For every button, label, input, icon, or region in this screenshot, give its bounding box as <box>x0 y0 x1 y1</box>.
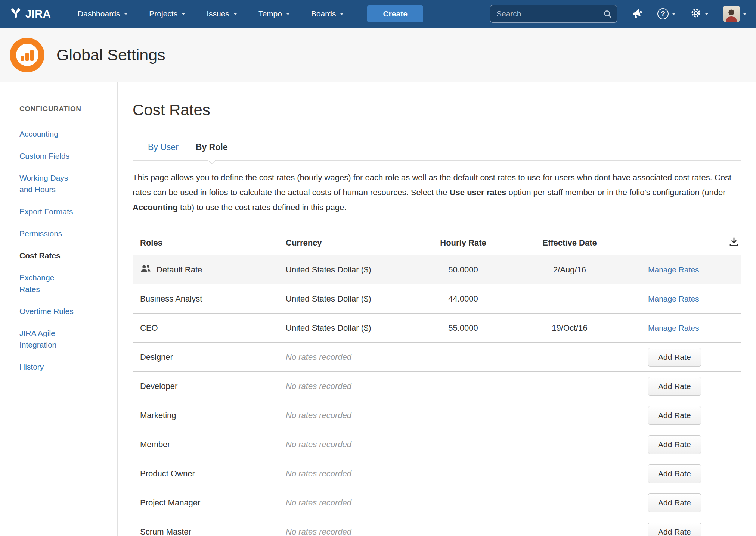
effective-date-value: 19/Oct/16 <box>514 323 626 333</box>
sidebar-item-cost-rates[interactable]: Cost Rates <box>19 244 110 267</box>
table-row: Default Rate United States Dollar ($) 50… <box>133 255 741 284</box>
add-rate-button[interactable]: Add Rate <box>648 464 701 483</box>
group-icon <box>140 264 151 276</box>
search-input[interactable] <box>490 5 617 23</box>
manage-rates-link[interactable]: Manage Rates <box>648 324 699 332</box>
tab-by-user[interactable]: By User <box>148 134 179 160</box>
hourly-rate-value: 44.0000 <box>413 294 514 304</box>
column-header-currency: Currency <box>286 238 413 248</box>
sidebar-heading: CONFIGURATION <box>19 105 110 113</box>
chevron-down-icon <box>286 13 290 15</box>
no-rates-label: No rates recorded <box>286 469 413 479</box>
chevron-down-icon <box>704 13 709 15</box>
role-name: Product Owner <box>140 469 195 479</box>
currency-value: United States Dollar ($) <box>286 265 413 275</box>
add-rate-button[interactable]: Add Rate <box>648 493 701 512</box>
section-title: Cost Rates <box>133 101 741 119</box>
user-menu-button[interactable] <box>723 6 747 22</box>
sidebar-item-jira-agile[interactable]: JIRA Agile Integration <box>19 322 110 356</box>
role-name: Developer <box>140 381 177 391</box>
gear-icon <box>690 7 701 20</box>
brand-text: JIRA <box>25 8 51 20</box>
no-rates-label: No rates recorded <box>286 440 413 449</box>
chevron-down-icon <box>672 13 676 15</box>
role-name: Member <box>140 440 170 449</box>
no-rates-label: No rates recorded <box>286 352 413 362</box>
role-name: Scrum Master <box>140 527 191 536</box>
chevron-down-icon <box>181 13 186 15</box>
jira-mark-icon <box>10 7 22 21</box>
top-navbar: JIRA Dashboards Projects Issues Tempo Bo… <box>0 0 756 28</box>
sidebar-item-history[interactable]: History <box>19 356 110 378</box>
add-rate-button[interactable]: Add Rate <box>648 406 701 425</box>
manage-rates-link[interactable]: Manage Rates <box>648 295 699 303</box>
no-rates-label: No rates recorded <box>286 411 413 420</box>
cost-rates-table: Roles Currency Hourly Rate Effective Dat… <box>133 231 741 536</box>
manage-rates-link[interactable]: Manage Rates <box>648 265 699 274</box>
effective-date-value: 2/Aug/16 <box>514 265 626 275</box>
role-name: CEO <box>140 323 158 333</box>
table-row: Scrum Master No rates recorded Add Rate <box>133 517 741 536</box>
table-row: CEO United States Dollar ($) 55.0000 19/… <box>133 314 741 343</box>
column-header-hourly-rate: Hourly Rate <box>413 238 514 248</box>
no-rates-label: No rates recorded <box>286 527 413 536</box>
sidebar-item-overtime-rules[interactable]: Overtime Rules <box>19 300 110 322</box>
nav-projects[interactable]: Projects <box>139 0 196 28</box>
role-name: Project Manager <box>140 498 200 508</box>
no-rates-label: No rates recorded <box>286 498 413 508</box>
tab-by-role[interactable]: By Role <box>196 134 228 160</box>
add-rate-button[interactable]: Add Rate <box>648 435 701 454</box>
tab-bar: By User By Role <box>133 134 741 161</box>
help-menu-button[interactable]: ? <box>657 8 676 19</box>
role-name: Designer <box>140 352 173 362</box>
jira-logo[interactable]: JIRA <box>10 7 51 21</box>
table-row: Designer No rates recorded Add Rate <box>133 343 741 372</box>
add-rate-button[interactable]: Add Rate <box>648 348 701 367</box>
chevron-down-icon <box>124 13 128 15</box>
nav-issues[interactable]: Issues <box>196 0 248 28</box>
table-row: Member No rates recorded Add Rate <box>133 430 741 459</box>
nav-boards[interactable]: Boards <box>301 0 355 28</box>
chevron-down-icon <box>743 13 747 15</box>
sidebar-item-export-formats[interactable]: Export Formats <box>19 200 110 222</box>
chevron-down-icon <box>340 13 344 15</box>
primary-nav: Dashboards Projects Issues Tempo Boards <box>67 0 354 28</box>
announcements-button[interactable] <box>631 7 643 21</box>
role-name: Marketing <box>140 411 176 420</box>
avatar <box>723 6 740 22</box>
create-button[interactable]: Create <box>367 5 423 22</box>
add-rate-button[interactable]: Add Rate <box>648 523 701 536</box>
chevron-down-icon <box>233 13 238 15</box>
nav-tempo[interactable]: Tempo <box>248 0 301 28</box>
hourly-rate-value: 55.0000 <box>413 323 514 333</box>
currency-value: United States Dollar ($) <box>286 323 413 333</box>
search-icon <box>603 9 612 20</box>
hourly-rate-value: 50.0000 <box>413 265 514 275</box>
table-header-row: Roles Currency Hourly Rate Effective Dat… <box>133 231 741 255</box>
sidebar-item-working-days[interactable]: Working Days and Hours <box>19 167 110 200</box>
megaphone-icon <box>631 7 643 21</box>
table-row: Product Owner No rates recorded Add Rate <box>133 459 741 488</box>
help-icon: ? <box>657 8 669 19</box>
no-rates-label: No rates recorded <box>286 381 413 391</box>
table-row: Developer No rates recorded Add Rate <box>133 372 741 401</box>
sidebar-item-permissions[interactable]: Permissions <box>19 222 110 244</box>
search-box <box>490 5 617 23</box>
role-name: Business Analyst <box>140 294 202 304</box>
table-row: Project Manager No rates recorded Add Ra… <box>133 488 741 517</box>
currency-value: United States Dollar ($) <box>286 294 413 304</box>
table-row: Business Analyst United States Dollar ($… <box>133 284 741 314</box>
nav-dashboards[interactable]: Dashboards <box>67 0 139 28</box>
add-rate-button[interactable]: Add Rate <box>648 377 701 396</box>
sidebar-item-accounting[interactable]: Accounting <box>19 123 110 145</box>
tempo-chart-icon <box>10 38 44 72</box>
sidebar-item-custom-fields[interactable]: Custom Fields <box>19 145 110 167</box>
configuration-sidebar: CONFIGURATION Accounting Custom Fields W… <box>0 82 118 536</box>
export-download-icon[interactable] <box>728 236 740 250</box>
role-name: Default Rate <box>157 265 202 275</box>
description-text: This page allows you to define the cost … <box>133 170 741 215</box>
column-header-effective-date: Effective Date <box>514 238 626 248</box>
settings-menu-button[interactable] <box>690 7 709 20</box>
page-title: Global Settings <box>56 46 165 64</box>
sidebar-item-exchange-rates[interactable]: Exchange Rates <box>19 267 110 300</box>
